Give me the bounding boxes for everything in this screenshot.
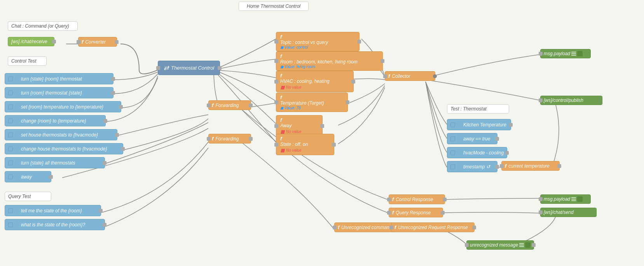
control-test-node[interactable]: Control Test (8, 56, 47, 66)
inject-node-2[interactable]: ⇒ turn {room} thermostat {state} (5, 87, 113, 98)
debug-sq-1 (577, 51, 583, 56)
debug-lines-1 (571, 52, 576, 56)
room-switch-node[interactable]: f Room : bedroom, kitchen, living room ◼… (276, 51, 383, 71)
inject-node-9[interactable]: ⇒ tell me the state of the {room} (5, 205, 101, 216)
inject-arrow-4: ⇒ (14, 117, 19, 124)
forwarding1-node[interactable]: f Forwarding (208, 100, 251, 110)
unrec-message-node[interactable]: unrecognized message (466, 240, 534, 250)
unrecognized-cmd-label: Unrecognized commands (341, 225, 394, 230)
topic-switch-sub: ◼Value: control (280, 45, 308, 49)
inject-label-1: turn {state} {room} thermostat (21, 76, 82, 82)
inject-node-3[interactable]: ⇒ set {room} temperature to {temperature… (5, 101, 121, 112)
state-port-right (332, 143, 336, 147)
ws-chat-send-node[interactable]: [ws]/chat/send (540, 208, 597, 217)
ws-chat-send-port (539, 210, 543, 214)
control-response-label: Control Response (396, 197, 433, 202)
converter-node[interactable]: f Converter (78, 37, 117, 47)
func-icon-coll: f (388, 73, 390, 79)
inject-node-1[interactable]: ⇒ turn {state} {room} thermostat (5, 73, 113, 84)
inject-label-3: set {room} temperature to {temperature} (21, 104, 103, 110)
away-switch-label: Away (280, 123, 291, 128)
ws-control-publish-node[interactable]: [ws]/control/publish (540, 96, 602, 105)
away-true-port (495, 137, 499, 141)
unrec-request-response-node[interactable]: f Unrecognized Request Response (391, 222, 475, 232)
temp-port-right (346, 100, 349, 104)
control-test-label: Control Test (11, 58, 36, 64)
func-icon-f2: f (212, 136, 213, 142)
hvac-mode-node[interactable]: ⇒ hvacMode - cooling (447, 147, 507, 158)
room-port-left (274, 59, 278, 63)
func-icon-hvac: f (280, 73, 282, 79)
inject-node-6[interactable]: ⇒ change house thermostats to {hvacmode} (5, 143, 123, 154)
hvac-port-right (351, 80, 355, 84)
inject5-port (115, 133, 119, 137)
inject-sq-4 (8, 119, 13, 123)
func-icon-urr: f (394, 224, 396, 230)
converter-port-left (77, 40, 80, 44)
ws-receive-port-right (52, 40, 56, 44)
test-thermostat-node[interactable]: Test : Thermostat (447, 104, 509, 114)
inject-sq-ts (450, 164, 455, 169)
inject7-port (103, 161, 106, 165)
forwarding2-node[interactable]: f Forwarding (208, 134, 251, 144)
func-icon-room: f (280, 53, 282, 59)
debug-sq-2 (577, 196, 583, 202)
msg-payload2-port (539, 197, 543, 201)
inject-arrow-8: ⇒ (14, 173, 19, 180)
inject-label-4: change {room} to {temperature} (21, 118, 86, 124)
unrec-req-port-right (472, 226, 476, 229)
ws-control-port (539, 98, 543, 102)
inject-sq-9 (8, 208, 13, 213)
control-response-node[interactable]: f Control Response (389, 194, 445, 204)
collector-node[interactable]: f Collector (385, 71, 435, 81)
forwarding2-port-right (249, 137, 253, 141)
query-response-node[interactable]: f Query Response (389, 208, 443, 217)
inject-node-7[interactable]: ⇒ turn {state} all thermostats (5, 157, 105, 168)
inject-arrow-ts: ⇒ (457, 163, 462, 170)
msg-payload2-label: msg.payload (544, 196, 570, 202)
msg-payload2-node[interactable]: msg.payload (540, 194, 591, 204)
ws-chat-send-label: [ws]/chat/send (544, 210, 574, 215)
converter-port-right (115, 40, 119, 44)
inject-node-4[interactable]: ⇒ change {room} to {temperature} (5, 115, 106, 126)
func-icon-away: f (280, 117, 282, 123)
state-switch-label: State : off, on (280, 142, 308, 147)
kitchen-temp-label: Kitchen Temperature (463, 122, 506, 128)
inject-sq-5 (8, 133, 13, 137)
flow-canvas[interactable]: Home Thermostat Control Chat : Command (… (0, 0, 644, 266)
ws-receive-label: [ws] /chat/receive (11, 39, 47, 44)
current-temp-node[interactable]: f current temperature (501, 161, 560, 171)
inject-sq-6 (8, 147, 13, 151)
unrec-request-label: Unrecognized Request Response (398, 225, 468, 230)
msg-payload1-node[interactable]: msg.payload (540, 49, 591, 58)
inject-node-5[interactable]: ⇒ set house thermostats to {hvacmode} (5, 129, 117, 140)
inject-sq-8 (8, 175, 13, 179)
room-switch-label: Room : bedroom, kitchen, living room (280, 59, 358, 65)
hvac-mode-port (505, 151, 509, 155)
unrec-msg-port-right (532, 243, 536, 247)
inject-sq-hm (450, 150, 455, 155)
inject-node-8[interactable]: ⇒ away (5, 171, 51, 182)
timestamp-node[interactable]: ⇒ timestamp ↺ (447, 161, 497, 172)
hvac-switch-node[interactable]: f HVAC : cooling, heating ◼No value (276, 71, 354, 92)
home-thermostat-node[interactable]: Home Thermostat Control (239, 2, 309, 11)
inject10-port (103, 223, 106, 227)
inject-arrow-6: ⇒ (14, 145, 19, 152)
query-test-node[interactable]: Query Test (5, 192, 51, 201)
away-switch-node[interactable]: f Away ◼No value (276, 115, 323, 136)
inject-sq-1 (8, 77, 13, 81)
thermostat-control-node[interactable]: ⇄ Thermostat Control (158, 61, 220, 75)
inject-node-10[interactable]: ⇒ what is the state of the {room}? (5, 219, 105, 230)
temp-switch-node[interactable]: f Temperature (Target) ◼Value: 78 (276, 93, 348, 112)
away-true-node[interactable]: ⇒ away == true (447, 133, 497, 144)
ws-receive-node[interactable]: [ws] /chat/receive (8, 37, 54, 46)
forwarding1-port-right (249, 103, 253, 107)
state-switch-node[interactable]: f State : off, on ◼No value (276, 134, 334, 155)
inject-sq-3 (8, 105, 13, 109)
chat-command-node[interactable]: Chat : Command (or Query) (8, 21, 78, 31)
topic-switch-node[interactable]: f Topic : control vs query ◼Value: contr… (276, 32, 360, 51)
inject-sq-2 (8, 91, 13, 95)
kitchen-temp-node[interactable]: ⇒ Kitchen Temperature (447, 119, 511, 130)
hvac-switch-sub: ◼No value (280, 84, 301, 90)
inject-label-5: set house thermostats to {hvacmode} (21, 132, 98, 138)
